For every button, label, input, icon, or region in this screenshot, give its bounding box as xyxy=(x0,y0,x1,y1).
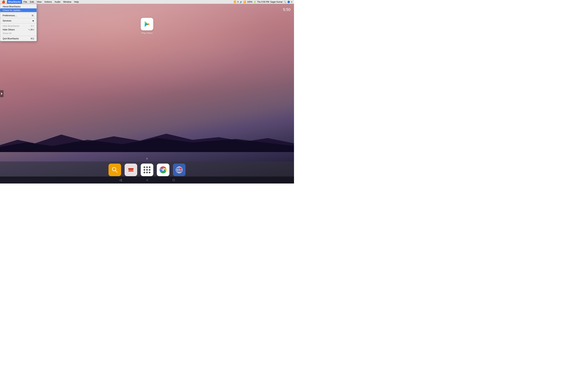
preferences-label: Preferences… xyxy=(3,14,17,17)
search-app-icon xyxy=(111,166,118,173)
preferences-item[interactable]: Preferences… ⌘, xyxy=(0,14,37,17)
dot-2 xyxy=(146,166,148,168)
play-store-icon-image xyxy=(141,18,153,30)
window-menu[interactable]: Window xyxy=(62,0,73,4)
file-menu[interactable]: File xyxy=(22,0,28,4)
dot-8 xyxy=(146,172,148,173)
dot-6 xyxy=(149,169,150,171)
hide-bluestacks-shortcut: ⌘H xyxy=(30,25,34,27)
dock-launcher-app[interactable] xyxy=(141,164,153,176)
view-menu[interactable]: View xyxy=(35,0,43,4)
hide-bluestacks-item[interactable]: Hide BlueStacks ⌘H xyxy=(0,24,37,28)
services-label: Services xyxy=(3,19,11,22)
play-store-svg xyxy=(143,20,151,28)
dot-9 xyxy=(149,172,150,173)
svg-line-11 xyxy=(115,170,117,172)
bluestacks-menu-trigger[interactable]: BlueStacks xyxy=(7,0,22,4)
android-dock: ∧ xyxy=(0,157,294,178)
svg-point-24 xyxy=(180,168,181,169)
svg-point-19 xyxy=(162,169,164,171)
bluestacks-dropdown-menu: About BlueStacks Check for Update... Pre… xyxy=(0,4,37,41)
services-item[interactable]: Services ▶ xyxy=(0,19,37,23)
about-label: About BlueStacks xyxy=(3,5,21,8)
quit-bluestacks-item[interactable]: Quit BlueStacks ⌘Q xyxy=(0,37,37,40)
hide-others-shortcut: ⌥⌘H xyxy=(28,28,34,31)
show-all-label: Show All xyxy=(3,32,11,35)
hide-others-label: Hide Others xyxy=(3,28,15,31)
dock-chevron-icon[interactable]: ∧ xyxy=(146,157,148,160)
wifi-icon: 📶 xyxy=(234,1,236,3)
hide-others-item[interactable]: Hide Others ⌥⌘H xyxy=(0,28,37,32)
dock-web-app[interactable] xyxy=(173,164,185,176)
android-clock: 5:50 xyxy=(283,7,291,12)
svg-point-15 xyxy=(128,170,129,171)
coupon-app-icon xyxy=(127,166,134,173)
mac-menubar: 🍎 BlueStacks File Edit View Actions Audi… xyxy=(0,0,294,4)
dock-apps-container xyxy=(0,161,294,178)
siri-icon[interactable]: 🔵 xyxy=(287,1,290,3)
menubar-right: 📶 A 🔊 🛜 100% 🔋 Thu 5:50 PM Sagar Kumar 🔍… xyxy=(234,1,294,3)
user-label: Sagar Kumar xyxy=(270,1,283,3)
dots-grid xyxy=(144,166,150,173)
preferences-shortcut: ⌘, xyxy=(32,14,34,17)
web-app-icon xyxy=(175,166,183,174)
show-all-item[interactable]: Show All xyxy=(0,32,37,35)
chrome-app-icon xyxy=(159,166,167,174)
quit-label: Quit BlueStacks xyxy=(3,37,19,40)
actions-menu[interactable]: Actions xyxy=(43,0,53,4)
dot-3 xyxy=(149,166,150,168)
dot-4 xyxy=(144,169,145,171)
dot-1 xyxy=(144,166,145,168)
svg-rect-13 xyxy=(128,168,134,169)
side-play-icon xyxy=(1,92,3,95)
android-nav-bar: ◁ ○ □ xyxy=(0,176,294,184)
side-button[interactable] xyxy=(0,90,3,97)
divider-2 xyxy=(0,18,37,18)
android-screen: 5:50 xyxy=(0,4,294,184)
keyboard-icon: A xyxy=(237,1,239,3)
audio-icon: 🔊 xyxy=(240,1,242,3)
help-menu[interactable]: Help xyxy=(73,0,80,4)
menubar-left: 🍎 BlueStacks File Edit View Actions Audi… xyxy=(0,0,80,4)
play-store-label: Play Store xyxy=(141,32,153,35)
apple-menu[interactable]: 🍎 xyxy=(0,0,7,4)
datetime-label: Thu 5:50 PM xyxy=(257,1,269,3)
dock-coupon-app[interactable] xyxy=(125,164,137,176)
services-arrow-icon: ▶ xyxy=(33,20,34,22)
svg-point-16 xyxy=(133,170,134,171)
play-store-desktop-icon[interactable]: Play Store xyxy=(141,18,153,35)
check-update-item[interactable]: Check for Update... xyxy=(0,8,37,12)
dot-7 xyxy=(144,172,145,173)
wifi2-icon: 🛜 xyxy=(243,1,246,3)
nav-recents-button[interactable]: □ xyxy=(173,178,175,182)
svg-marker-0 xyxy=(1,92,2,95)
hide-bluestacks-label: Hide BlueStacks xyxy=(3,25,19,27)
edit-menu[interactable]: Edit xyxy=(28,0,35,4)
nav-back-button[interactable]: ◁ xyxy=(119,178,122,182)
dock-search-app[interactable] xyxy=(109,164,121,176)
battery-icon: 🔋 xyxy=(254,1,256,3)
dock-chrome-app[interactable] xyxy=(157,164,169,176)
notification-icon[interactable]: ≡ xyxy=(291,1,292,3)
nav-home-button[interactable]: ○ xyxy=(146,178,148,182)
about-bluestacks-item[interactable]: About BlueStacks xyxy=(0,5,37,8)
mountain-silhouette xyxy=(0,131,294,152)
audio-menu[interactable]: Audio xyxy=(53,0,62,4)
battery-label: 100% xyxy=(247,1,252,3)
dot-5 xyxy=(146,169,148,171)
search-icon[interactable]: 🔍 xyxy=(284,1,286,3)
quit-shortcut: ⌘Q xyxy=(30,37,34,40)
check-update-label: Check for Update... xyxy=(3,9,22,12)
